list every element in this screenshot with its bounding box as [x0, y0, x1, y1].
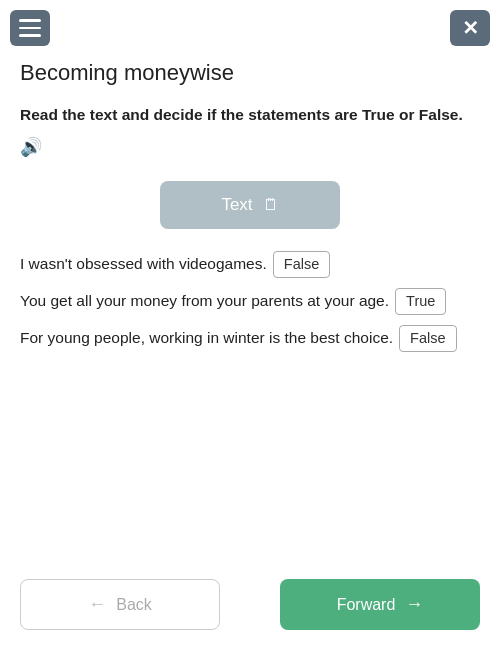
- instruction: Read the text and decide if the statemen…: [20, 104, 480, 161]
- statement-row: For young people, working in winter is t…: [20, 325, 480, 352]
- statement-text-3: For young people, working in winter is t…: [20, 326, 393, 349]
- forward-arrow-icon: →: [405, 594, 423, 615]
- menu-button[interactable]: [10, 10, 50, 46]
- audio-icon[interactable]: 🔊: [20, 134, 42, 160]
- back-button[interactable]: ← Back: [20, 579, 220, 630]
- menu-line: [19, 34, 41, 37]
- answer-badge-1: False: [273, 251, 330, 278]
- forward-button[interactable]: Forward →: [280, 579, 480, 630]
- statements-list: I wasn't obsessed with videogames. False…: [20, 251, 480, 353]
- text-button[interactable]: Text 🗒: [160, 181, 340, 229]
- instruction-text: Read the text and decide if the statemen…: [20, 104, 463, 126]
- answer-badge-3: False: [399, 325, 456, 352]
- header-bar: ✕: [0, 0, 500, 46]
- answer-badge-2: True: [395, 288, 446, 315]
- footer: ← Back Forward →: [0, 563, 500, 650]
- forward-label: Forward: [337, 596, 396, 614]
- close-button[interactable]: ✕: [450, 10, 490, 46]
- statement-row: I wasn't obsessed with videogames. False: [20, 251, 480, 278]
- menu-line: [19, 19, 41, 22]
- statement-row: You get all your money from your parents…: [20, 288, 480, 315]
- back-arrow-icon: ←: [88, 594, 106, 615]
- text-button-row: Text 🗒: [20, 181, 480, 229]
- content-area: Read the text and decide if the statemen…: [0, 86, 500, 372]
- text-button-icon: 🗒: [263, 196, 279, 214]
- page-title: Becoming moneywise: [0, 46, 500, 86]
- text-button-label: Text: [221, 195, 252, 215]
- statement-text-1: I wasn't obsessed with videogames.: [20, 252, 267, 275]
- back-label: Back: [116, 596, 152, 614]
- statement-text-2: You get all your money from your parents…: [20, 289, 389, 312]
- menu-line: [19, 27, 41, 30]
